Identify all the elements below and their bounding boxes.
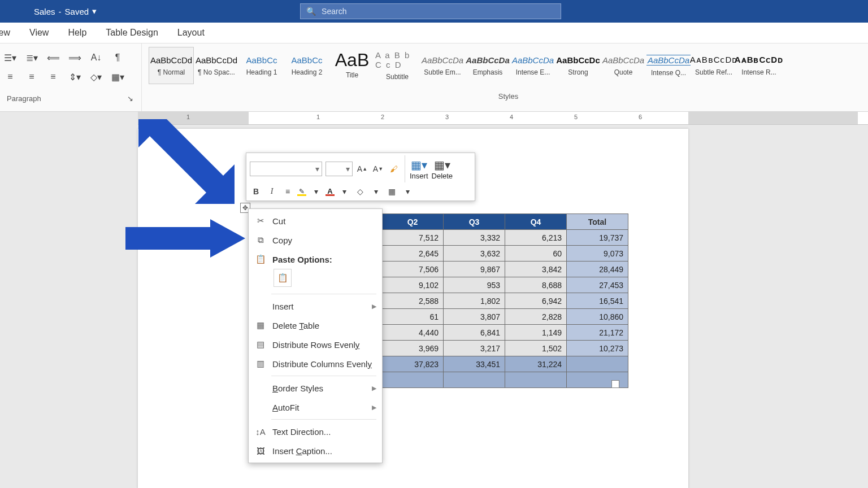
font-color-button[interactable]: A	[326, 187, 335, 196]
menu-text-direction[interactable]: ↕AText Direction...	[249, 422, 382, 441]
menu-distribute-rows[interactable]: ▤Distribute Rows Evenly	[249, 335, 382, 354]
tab-layout[interactable]: Layout	[177, 28, 205, 38]
table-row[interactable]: 2,6453,632609,073	[382, 246, 628, 262]
search-icon: 🔍	[306, 7, 316, 16]
style-emphasis[interactable]: AaBbCcDaEmphasis	[465, 47, 510, 84]
text-direction-icon: ↕A	[255, 427, 266, 437]
ruler-number: 6	[639, 114, 642, 120]
menu-insert-caption[interactable]: 🖼Insert Caption...	[249, 441, 382, 460]
menu-copy[interactable]: ⧉Copy	[249, 230, 382, 250]
borders-button[interactable]: ▦▾	[110, 69, 125, 84]
style-intense-r-[interactable]: AᴀBʙCᴄDᴅIntense R...	[736, 47, 782, 84]
paragraph-dialog-launcher[interactable]: ↘	[127, 94, 133, 103]
align-right-button[interactable]: ≡	[45, 69, 61, 84]
shading-button[interactable]: ◇	[354, 185, 366, 198]
table-row[interactable]: 7,5069,8673,84228,449	[382, 262, 628, 277]
line-spacing-button[interactable]: ⇕▾	[67, 69, 83, 84]
decrease-indent-button[interactable]: ⟸	[45, 50, 61, 65]
horizontal-ruler[interactable]: 1123456	[138, 112, 868, 125]
style-heading-2[interactable]: AaBbCcHeading 2	[284, 47, 329, 84]
table-resize-handle[interactable]	[611, 380, 619, 388]
menu-insert[interactable]: Insert▶	[249, 297, 382, 316]
menu-delete-table[interactable]: ▦Delete Table	[249, 316, 382, 335]
italic-button[interactable]: I	[266, 185, 278, 198]
search-box[interactable]: 🔍 Search	[300, 3, 561, 19]
search-placeholder: Search	[322, 7, 346, 16]
sort-button[interactable]: A↓	[88, 50, 104, 65]
shading-button[interactable]: ◇▾	[88, 69, 104, 84]
annotation-arrow-right	[125, 219, 247, 258]
table-header[interactable]: Q4	[505, 214, 567, 230]
paste-keep-text-button[interactable]: 📋	[274, 269, 292, 287]
tab-view-cut[interactable]: iew	[0, 28, 10, 38]
chevron-down-icon: ▾	[92, 6, 97, 16]
tab-help[interactable]: Help	[68, 28, 86, 38]
increase-indent-button[interactable]: ⟹	[67, 50, 83, 65]
table-row[interactable]: 613,8072,82810,860	[382, 309, 628, 325]
menu-autofit[interactable]: AutoFit▶	[249, 398, 382, 417]
styles-group-label: Styles	[149, 92, 868, 101]
table-insert-icon[interactable]: ▦▾	[411, 158, 427, 172]
paragraph-group-label: Paragraph	[7, 94, 41, 103]
style--normal[interactable]: AaBbCcDd¶ Normal	[149, 47, 194, 84]
font-size-select[interactable]: ▾	[326, 162, 353, 176]
table-row[interactable]: 7,5123,3326,21319,737	[382, 230, 628, 246]
distribute-cols-icon: ▥	[255, 359, 266, 369]
chevron-down-icon: ▾	[346, 164, 350, 173]
chevron-down-icon[interactable]: ▾	[338, 185, 350, 198]
style-title[interactable]: AaBTitle	[329, 47, 375, 84]
table-delete-icon[interactable]: ▦▾	[434, 158, 450, 172]
grow-font-button[interactable]: A▲	[356, 162, 368, 176]
paste-icon: 📋	[255, 254, 266, 264]
table-row[interactable]: 3,9693,2171,50210,273	[382, 341, 628, 356]
style-quote[interactable]: AaBbCcDaQuote	[601, 47, 646, 84]
table-header[interactable]: Q2	[382, 214, 444, 230]
style--no-spac-[interactable]: AaBbCcDd¶ No Spac...	[194, 47, 239, 84]
table-row-blank[interactable]	[382, 372, 628, 388]
menu-cut[interactable]: ✂Cut	[249, 211, 382, 230]
data-table[interactable]: Q2Q3Q4Total 7,5123,3326,21319,7372,6453,…	[381, 213, 628, 388]
menu-distribute-cols[interactable]: ▥Distribute Columns Evenly	[249, 354, 382, 373]
bold-button[interactable]: B	[250, 185, 262, 198]
table-header[interactable]: Total	[567, 214, 628, 230]
ribbon-tabs: iew View Help Table Design Layout	[0, 23, 868, 43]
style-subtle-em-[interactable]: AaBbCcDaSubtle Em...	[420, 47, 465, 84]
highlight-button[interactable]: ✎	[297, 188, 306, 196]
format-painter-button[interactable]: 🖌	[388, 162, 400, 176]
table-row[interactable]: 4,4406,8411,14921,172	[382, 325, 628, 341]
chevron-down-icon[interactable]: ▾	[401, 185, 414, 198]
paragraph-group: ☰▾ ≣▾ ⟸ ⟹ A↓ ¶ ≡ ≡ ≡ ⇕▾ ◇▾ ▦▾ Paragraph …	[0, 43, 142, 111]
align-center-button[interactable]: ≡	[24, 69, 40, 84]
style-intense-e-[interactable]: AaBbCcDaIntense E...	[510, 47, 555, 84]
copy-icon: ⧉	[255, 235, 266, 245]
shrink-font-button[interactable]: A▼	[372, 162, 384, 176]
style-heading-1[interactable]: AaBbCcHeading 1	[239, 47, 284, 84]
mini-toolbar: ▾ ▾ A▲ A▼ 🖌 ▦▾ Insert ▦▾ Delete B I ≡ ✎ …	[246, 152, 475, 201]
chevron-down-icon[interactable]: ▾	[310, 185, 322, 198]
tab-view[interactable]: View	[29, 28, 49, 38]
style-strong[interactable]: AaBbCcDcStrong	[555, 47, 601, 84]
svg-marker-1	[125, 219, 245, 258]
align-button[interactable]: ≡	[281, 185, 294, 198]
font-family-select[interactable]: ▾	[250, 162, 322, 176]
show-marks-button[interactable]: ¶	[110, 50, 125, 65]
table-row[interactable]: 2,5881,8026,94216,541	[382, 293, 628, 309]
table-row-sum[interactable]: 37,82333,45131,224	[382, 356, 628, 372]
styles-group: AaBbCcDd¶ NormalAaBbCcDd¶ No Spac...AaBb…	[142, 43, 868, 111]
style-subtitle[interactable]: A a B b C c DSubtitle	[375, 47, 420, 84]
caption-icon: 🖼	[255, 446, 266, 456]
chevron-down-icon: ▾	[315, 164, 319, 173]
menu-border-styles[interactable]: Border Styles▶	[249, 378, 382, 398]
document-title[interactable]: Sales - Saved ▾	[34, 6, 97, 16]
borders-mini-button[interactable]: ▦	[385, 185, 398, 198]
chevron-down-icon[interactable]: ▾	[370, 185, 382, 198]
tab-table-design[interactable]: Table Design	[106, 28, 158, 38]
table-row[interactable]: 9,1029538,68827,453	[382, 277, 628, 293]
style-intense-q-[interactable]: AaBbCcDaIntense Q...	[646, 47, 691, 84]
table-header[interactable]: Q3	[444, 214, 505, 230]
style-subtle-ref-[interactable]: AᴀBʙCᴄDᴅSubtle Ref...	[691, 47, 736, 84]
numbering-button[interactable]: ≣▾	[24, 50, 40, 65]
bullets-button[interactable]: ☰▾	[2, 50, 18, 65]
doc-status: Saved	[65, 7, 89, 16]
align-left-button[interactable]: ≡	[2, 69, 18, 84]
